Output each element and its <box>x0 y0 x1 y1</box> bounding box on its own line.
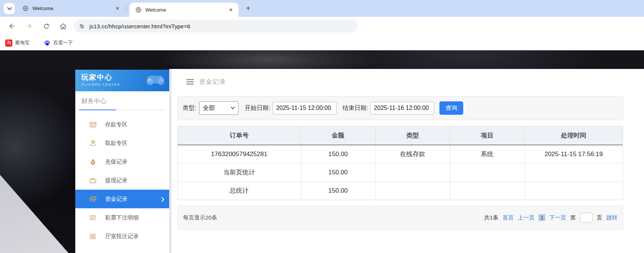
chevron-down-icon <box>231 107 235 110</box>
cell-empty <box>375 163 450 181</box>
cards-icon <box>89 195 97 203</box>
sidebar-item-lottery-bet-details[interactable]: 彩票下注明细 <box>75 208 169 227</box>
sidebar-item-withdrawal-records[interactable]: 提现记录 <box>75 171 169 190</box>
sidebar-item-room-bet-records[interactable]: 厅室投注记录 <box>75 227 169 246</box>
close-icon[interactable]: ✕ <box>116 6 120 11</box>
cell-empty <box>450 181 524 200</box>
player-center-sidebar: 玩家中心 PLAYERS CENTER 财务中心 存款专区 取款专区 <box>75 70 169 253</box>
total-count: 共1条 <box>484 214 498 221</box>
col-type: 类型 <box>375 126 450 145</box>
sidebar-item-label: 资金记录 <box>105 196 127 203</box>
sidebar-item-label: 取款专区 <box>105 140 127 147</box>
type-select[interactable]: 全部 <box>199 101 239 115</box>
cell-project: 系统 <box>450 145 524 163</box>
prev-page-link[interactable]: 上一页 <box>518 214 534 221</box>
address-bar[interactable]: js13.cc/hhcp/usercenter.html?iniType=6 <box>74 20 358 32</box>
home-icon[interactable] <box>59 22 67 31</box>
cell-amount: 150.00 <box>301 181 375 200</box>
globe-icon <box>135 7 142 13</box>
col-amount: 金额 <box>301 126 375 145</box>
sidebar-item-label: 彩票下注明细 <box>105 214 139 221</box>
deposit-machine-icon <box>89 120 97 129</box>
sidebar-item-recharge-records[interactable]: ¥ 充值记录 <box>75 152 169 171</box>
pagination-bar: 每页显示20条 共1条 首页 上一页 1 下一页 第 页 跳转 <box>177 206 623 230</box>
table-header-row: 订单号 金额 类型 项目 处理时间 <box>178 126 623 145</box>
webpage-background: 玩家中心 PLAYERS CENTER 财务中心 存款专区 取款专区 <box>0 50 644 253</box>
bookmark-taobao[interactable]: 淘 爱淘宝 <box>5 39 29 47</box>
close-icon[interactable]: ✕ <box>229 7 233 13</box>
filter-panel: 类型: 全部 开始日期: 结束日期: 查询 <box>177 96 623 120</box>
sidebar-item-fund-records[interactable]: 资金记录 <box>75 190 169 208</box>
gamepad-icon <box>144 73 167 90</box>
table-row: 1763200579425281 150.00 在线存款 系统 2025-11-… <box>178 145 623 163</box>
tab-title: Welcome <box>145 7 229 13</box>
forward-icon[interactable] <box>25 22 34 31</box>
cell-label: 总统计 <box>178 181 301 200</box>
col-process-time: 处理时间 <box>524 126 623 145</box>
sidebar-section-title: 财务中心 <box>81 97 163 105</box>
jump-link[interactable]: 跳转 <box>606 214 618 221</box>
bookmark-label: 百度一下 <box>53 39 73 46</box>
globe-icon <box>22 5 29 12</box>
jump-label-pre: 第 <box>570 214 576 221</box>
table-row-grand-total: 总统计 150.00 <box>178 181 623 200</box>
sidebar-menu: 存款专区 取款专区 ¥ 充值记录 提现记录 <box>75 115 169 246</box>
tab-title: Welcome <box>32 6 116 11</box>
reload-icon[interactable] <box>42 22 51 31</box>
section-underline <box>79 110 165 110</box>
page-title: 资金记录 <box>199 78 226 86</box>
cell-empty <box>375 181 450 200</box>
cell-order-no: 1763200579425281 <box>178 145 301 163</box>
first-page-link[interactable]: 首页 <box>502 214 514 221</box>
sidebar-item-withdraw-zone[interactable]: 取款专区 <box>75 134 169 152</box>
start-date-label: 开始日期: <box>244 104 270 112</box>
tab-strip: Welcome ✕ Welcome ✕ + <box>0 0 644 17</box>
taobao-icon: 淘 <box>5 39 12 47</box>
bookmark-baidu[interactable]: 百度一下 <box>44 39 73 47</box>
sidebar-item-label: 厅室投注记录 <box>105 233 139 240</box>
browser-toolbar: js13.cc/hhcp/usercenter.html?iniType=6 <box>0 17 644 35</box>
end-date-label: 结束日期: <box>342 104 368 112</box>
fund-records-table: 订单号 金额 类型 项目 处理时间 1763200579425281 150.0… <box>177 126 623 200</box>
start-date-input[interactable] <box>272 102 337 114</box>
cell-label: 当前页统计 <box>178 163 301 181</box>
sidebar-header: 玩家中心 PLAYERS CENTER <box>75 70 169 91</box>
content-header: 资金记录 <box>171 69 644 86</box>
tab-search-button[interactable] <box>4 3 15 14</box>
withdraw-hand-icon <box>89 139 97 147</box>
wallet-icon <box>89 176 97 184</box>
bet-list-icon <box>89 214 97 222</box>
new-tab-button[interactable]: + <box>243 3 253 13</box>
per-page-text: 每页显示20条 <box>183 214 217 221</box>
hamburger-icon[interactable] <box>186 79 194 85</box>
bookmark-label: 爱淘宝 <box>15 39 29 46</box>
type-select-value: 全部 <box>203 104 215 112</box>
page-number-input[interactable] <box>580 213 593 222</box>
cell-process-time: 2025-11-15 17:56:19 <box>524 145 623 163</box>
end-date-input[interactable] <box>370 102 434 114</box>
col-project: 项目 <box>450 126 524 145</box>
next-page-link[interactable]: 下一页 <box>549 214 566 221</box>
tab-separator <box>126 5 126 12</box>
sidebar-item-label: 充值记录 <box>105 158 127 165</box>
search-button[interactable]: 查询 <box>439 101 463 115</box>
cell-type: 在线存款 <box>375 145 450 163</box>
bookmarks-bar: 淘 爱淘宝 百度一下 <box>0 35 644 50</box>
type-label: 类型: <box>183 104 196 112</box>
url-text[interactable]: js13.cc/hhcp/usercenter.html?iniType=6 <box>89 23 190 29</box>
tab-welcome-1[interactable]: Welcome ✕ <box>16 0 125 17</box>
tab-welcome-2-active[interactable]: Welcome ✕ <box>129 3 239 17</box>
sidebar-item-deposit-zone[interactable]: 存款专区 <box>75 115 169 134</box>
pager-controls: 共1条 首页 上一页 1 下一页 第 页 跳转 <box>484 213 618 222</box>
sidebar-item-label: 存款专区 <box>105 121 127 128</box>
site-settings-icon[interactable] <box>79 23 85 29</box>
cell-amount: 150.00 <box>301 163 375 181</box>
chevron-down-icon <box>7 7 12 10</box>
cell-empty <box>450 163 524 181</box>
svg-text:¥: ¥ <box>92 161 94 164</box>
moneybag-icon: ¥ <box>89 158 97 166</box>
back-icon[interactable] <box>7 22 16 31</box>
table-row-page-total: 当前页统计 150.00 <box>178 163 623 181</box>
baidu-paw-icon <box>44 39 51 47</box>
current-page-number[interactable]: 1 <box>539 214 545 221</box>
